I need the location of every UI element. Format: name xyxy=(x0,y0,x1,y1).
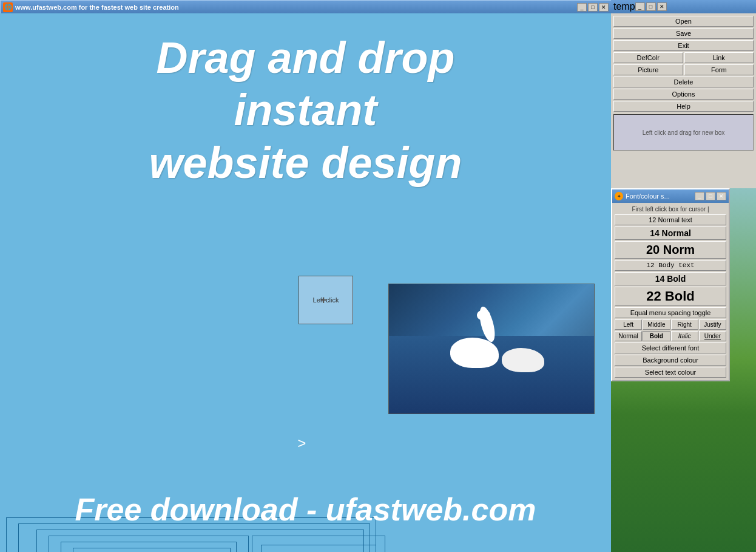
swan-body-2 xyxy=(502,348,544,372)
delete-button[interactable]: Delete xyxy=(613,77,754,87)
btn-20-norm[interactable]: 20 Norm xyxy=(615,241,726,259)
background-colour-button[interactable]: Background colour xyxy=(615,355,726,366)
open-button[interactable]: Open xyxy=(613,16,754,27)
equal-menu-toggle[interactable]: Equal menu spacing toggle xyxy=(615,307,726,318)
align-justify-button[interactable]: Justify xyxy=(699,319,726,330)
right-panel-titlebar: temp _ □ ✕ xyxy=(611,0,756,13)
drag-info: Left click and drag for new box xyxy=(613,114,754,151)
swan-head-1 xyxy=(477,310,490,321)
font-panel-titlebar: ✦ Font/colour s... _ □ ✕ xyxy=(612,189,729,203)
font-panel-icon: ✦ xyxy=(615,192,623,200)
right-panel-close[interactable]: ✕ xyxy=(657,2,667,11)
right-panel: temp _ □ ✕ Open Save Exit DefColr Link P… xyxy=(611,0,756,188)
swan-body-1 xyxy=(450,338,499,368)
btn-12-body[interactable]: 12 Body text xyxy=(615,260,726,271)
box-6 xyxy=(73,548,231,552)
exit-button[interactable]: Exit xyxy=(613,40,754,51)
format-bold-button[interactable]: Bold xyxy=(643,331,670,341)
alignment-row: Left Middle Right Justify xyxy=(615,319,726,330)
btn-22-bold[interactable]: 22 Bold xyxy=(615,287,726,306)
defcolr-button[interactable]: DefColr xyxy=(613,52,683,63)
box-13 xyxy=(261,545,376,552)
options-button[interactable]: Options xyxy=(613,89,754,100)
format-row: Normal Bold Italic Under xyxy=(615,331,726,341)
main-window: 🌐 www.ufastweb.com for the fastest web s… xyxy=(0,0,611,552)
format-italic-button[interactable]: Italic xyxy=(671,331,698,341)
btn-14-bold[interactable]: 14 Bold xyxy=(615,272,726,285)
format-normal-button[interactable]: Normal xyxy=(615,331,642,341)
help-button[interactable]: Help xyxy=(613,101,754,112)
font-panel-title: Font/colour s... xyxy=(626,193,670,200)
close-button[interactable]: ✕ xyxy=(599,3,609,12)
align-middle-button[interactable]: Middle xyxy=(643,319,670,330)
swan-image xyxy=(388,284,595,414)
window-title: www.ufastweb.com for the fastest web sit… xyxy=(15,4,577,11)
arrow-right: > xyxy=(297,435,306,452)
link-button[interactable]: Link xyxy=(684,52,754,63)
right-panel-content: Open Save Exit DefColr Link Picture Form… xyxy=(611,13,756,154)
select-text-colour-button[interactable]: Select text colour xyxy=(615,367,726,378)
btn-12-normal[interactable]: 12 Normal text xyxy=(615,214,726,225)
font-panel-close[interactable]: ✕ xyxy=(717,192,726,200)
format-underline-button[interactable]: Under xyxy=(699,331,726,341)
bottom-text: Free download - ufastweb.com xyxy=(0,491,611,528)
font-panel-maximize[interactable]: □ xyxy=(706,192,715,200)
picture-button[interactable]: Picture xyxy=(613,64,683,75)
right-panel-title: temp xyxy=(613,1,635,12)
font-panel-controls: _ □ ✕ xyxy=(695,192,726,200)
minimize-button[interactable]: _ xyxy=(577,3,587,12)
defcolr-link-row: DefColr Link xyxy=(613,52,754,63)
window-controls: _ □ ✕ xyxy=(577,3,609,12)
maximize-button[interactable]: □ xyxy=(588,3,598,12)
picture-form-row: Picture Form xyxy=(613,64,754,75)
main-heading: Drag and drop instant website design xyxy=(12,32,599,189)
btn-14-normal[interactable]: 14 Normal xyxy=(615,227,726,240)
align-left-button[interactable]: Left xyxy=(615,319,642,330)
font-colour-panel: ✦ Font/colour s... _ □ ✕ First left clic… xyxy=(611,188,730,381)
font-panel-minimize[interactable]: _ xyxy=(695,192,704,200)
form-button[interactable]: Form xyxy=(684,64,754,75)
window-icon: 🌐 xyxy=(3,2,13,12)
font-panel-content: First left click box for cursor | 12 Nor… xyxy=(612,203,729,380)
main-window-titlebar: 🌐 www.ufastweb.com for the fastest web s… xyxy=(0,0,611,13)
save-button[interactable]: Save xyxy=(613,28,754,39)
right-panel-controls: _ □ ✕ xyxy=(635,2,667,11)
canvas-area[interactable]: Drag and drop instant website design xyxy=(0,13,611,552)
first-click-label: First left click box for cursor | xyxy=(615,205,726,213)
right-panel-minimize[interactable]: _ xyxy=(635,2,645,11)
right-panel-maximize[interactable]: □ xyxy=(646,2,656,11)
align-right-button[interactable]: Right xyxy=(671,319,698,330)
plus-sign: + xyxy=(320,294,327,307)
select-font-button[interactable]: Select different font xyxy=(615,342,726,353)
